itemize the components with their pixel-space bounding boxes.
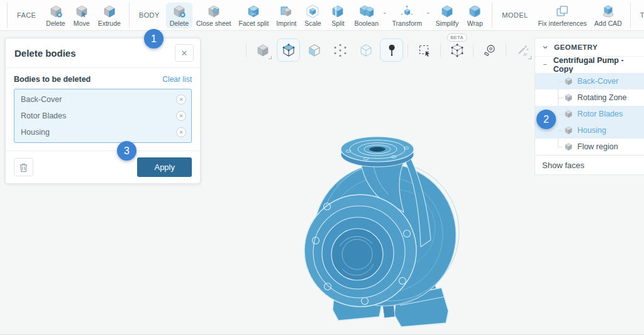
box-select-icon xyxy=(418,43,431,57)
chevron-down-icon: ⌄ xyxy=(426,9,431,15)
dialog-body: Bodies to be deleted Clear list Back-Cov… xyxy=(6,68,200,150)
mesh-quality-button[interactable]: BETA xyxy=(445,38,469,62)
toolbar-divider xyxy=(492,3,492,28)
ai-assist-button[interactable]: AI xyxy=(511,38,534,62)
close-sheet-button[interactable]: Close sheet xyxy=(192,3,235,28)
tree-root-centrifugal-pump[interactable]: − Centrifugal Pump - Copy xyxy=(535,57,644,73)
body-cube-icon xyxy=(564,142,573,151)
annotation-step-1: 1 xyxy=(144,29,164,48)
toolbar-section-model: MODEL Fix interferences Add CAD xyxy=(497,3,626,28)
main-toolbar: FACE Delete Move Extrude BODY Delete xyxy=(0,0,644,31)
split-icon xyxy=(331,4,345,18)
close-icon[interactable]: ✕ xyxy=(175,44,194,62)
toolbar-divider xyxy=(408,43,408,57)
probe-pin-icon xyxy=(385,43,399,57)
remove-item-icon[interactable]: ✕ xyxy=(176,94,186,105)
split-button[interactable]: Split xyxy=(325,3,350,28)
toolbar-section-body: BODY Delete Close sheet Facet split Impr… xyxy=(134,3,487,28)
toolbar-divider xyxy=(246,43,247,57)
chevron-down-icon xyxy=(542,44,548,50)
scale-button[interactable]: Scale xyxy=(300,3,325,28)
tree-item-back-cover[interactable]: Back-Cover xyxy=(535,73,644,89)
body-select-cube-icon xyxy=(282,43,296,57)
probe-point-button[interactable] xyxy=(380,38,403,62)
facet-split-button[interactable]: Facet split xyxy=(235,3,272,28)
bodies-listbox: Back-Cover ✕ Rotor Blades ✕ Housing ✕ xyxy=(14,89,192,143)
tree-item-rotating-zone[interactable]: Rotating Zone xyxy=(535,89,644,106)
cad-application-window: FACE Delete Move Extrude BODY Delete xyxy=(0,0,644,335)
delete-bodies-dialog: Delete bodies ✕ Bodies to be deleted Cle… xyxy=(5,38,201,184)
remove-item-icon[interactable]: ✕ xyxy=(176,127,186,137)
add-cad-icon xyxy=(601,4,615,18)
cube-delete-icon xyxy=(172,4,186,18)
body-cube-icon xyxy=(564,110,573,118)
box-select-button[interactable] xyxy=(413,38,436,62)
simplify-icon xyxy=(440,4,454,18)
toolbar-divider xyxy=(506,43,506,57)
cube-extrude-icon xyxy=(103,4,116,18)
body-delete-button[interactable]: Delete xyxy=(166,3,192,28)
face-select-cube-icon xyxy=(308,43,321,57)
show-faces-button[interactable]: Show faces xyxy=(535,155,644,174)
face-move-button[interactable]: Move xyxy=(69,3,94,28)
collapse-icon[interactable]: − xyxy=(541,62,548,69)
body-cube-icon xyxy=(564,93,573,102)
section-label-tools: TOOLS xyxy=(640,11,644,19)
submenu-corner-icon xyxy=(528,56,531,59)
section-label-model: MODEL xyxy=(502,11,528,19)
simplify-button[interactable]: Simplify xyxy=(432,3,463,28)
toolbar-divider xyxy=(630,3,631,28)
list-item[interactable]: Rotor Blades ✕ xyxy=(14,108,191,124)
section-label-body: BODY xyxy=(139,11,160,19)
clear-list-link[interactable]: Clear list xyxy=(162,75,192,84)
vertex-dots-icon xyxy=(333,43,347,57)
section-label-face: FACE xyxy=(17,11,36,19)
measure-tape-icon xyxy=(483,43,497,57)
transform-icon xyxy=(400,4,414,18)
cube-sheet-icon xyxy=(207,4,221,18)
boolean-button[interactable]: Boolean ⌄ xyxy=(350,3,388,28)
scale-icon xyxy=(306,4,319,18)
wrap-icon xyxy=(468,4,482,18)
body-select-button[interactable] xyxy=(277,38,300,62)
chevron-down-icon: ⌄ xyxy=(382,9,387,15)
centrifugal-pump-model[interactable] xyxy=(302,123,464,332)
measure-button[interactable] xyxy=(478,38,501,62)
beta-cube-icon xyxy=(450,43,464,57)
face-extrude-button[interactable]: Extrude xyxy=(94,3,125,28)
overlapping-squares-icon xyxy=(555,4,569,18)
gray-cube-icon xyxy=(256,43,270,57)
tree-item-flow-region[interactable]: Flow region xyxy=(535,139,644,155)
selection-mode-toolbar: BETA AI xyxy=(244,38,534,62)
vertex-select-button[interactable] xyxy=(328,38,352,62)
remove-item-icon[interactable]: ✕ xyxy=(176,111,186,121)
list-item[interactable]: Housing ✕ xyxy=(14,124,191,140)
apply-button[interactable]: Apply xyxy=(137,157,192,177)
boolean-icon xyxy=(360,4,374,18)
trash-icon xyxy=(19,162,28,173)
list-item[interactable]: Back-Cover ✕ xyxy=(14,91,191,108)
viewport-canvas[interactable]: BETA AI xyxy=(0,31,644,334)
cube-move-icon xyxy=(75,4,89,18)
list-header-row: Bodies to be deleted Clear list xyxy=(14,75,192,84)
submenu-corner-icon xyxy=(269,56,272,59)
fix-interferences-button[interactable]: Fix interferences xyxy=(534,3,591,28)
face-select-button[interactable] xyxy=(303,38,326,62)
add-cad-button[interactable]: Add CAD xyxy=(591,3,626,28)
toolbar-divider xyxy=(440,43,441,57)
wrap-button[interactable]: Wrap xyxy=(462,3,487,28)
solid-view-button[interactable] xyxy=(251,38,274,62)
dialog-footer: Apply xyxy=(6,150,200,183)
imprint-icon xyxy=(279,4,293,18)
svg-text:AI: AI xyxy=(523,52,527,57)
delete-operation-button[interactable] xyxy=(14,158,33,176)
geometry-panel-header[interactable]: GEOMETRY xyxy=(535,38,644,57)
toolbar-divider xyxy=(473,43,474,57)
face-delete-button[interactable]: Delete xyxy=(42,3,69,28)
edge-select-button[interactable] xyxy=(354,38,377,62)
imprint-button[interactable]: Imprint xyxy=(272,3,300,28)
transform-button[interactable]: Transform ⌄ xyxy=(389,3,432,28)
body-cube-icon xyxy=(564,126,573,135)
annotation-step-2: 2 xyxy=(536,110,556,129)
bodies-list-label: Bodies to be deleted xyxy=(14,75,91,84)
